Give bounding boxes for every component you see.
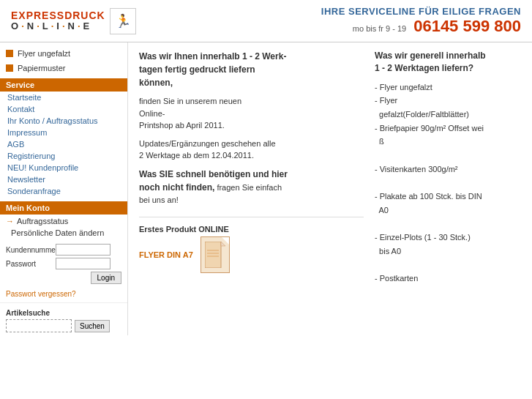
logo-online: O·N·L·I·N·E	[11, 21, 105, 31]
serviceline: IHRE SERVICELINE FÜR EILIGE FRAGEN mo bi…	[321, 6, 521, 36]
papiermuster-label: Papiermuster	[18, 64, 65, 72]
erstes-produkt-title: Erstes Produkt ONLINE	[139, 225, 364, 234]
kundennummer-label: Kundennummer	[6, 246, 56, 254]
nav-newsletter[interactable]: Newsletter	[0, 174, 127, 185]
was-sie-block: Was SIE schnell benötigen und hiernoch n…	[139, 168, 364, 206]
passwort-input[interactable]	[56, 258, 110, 269]
flyer-label: Flyer ungefalzt	[18, 49, 70, 58]
auftragsstatus-label: Auftragsstatus	[17, 217, 68, 225]
right-section-content: - Flyer ungefalzt - Flyer gefalzt(Folder…	[375, 81, 521, 286]
sidebar-divider	[0, 302, 127, 303]
meinkonto-section-header: Mein Konto	[0, 201, 127, 215]
flyer-bullet	[6, 50, 13, 57]
kundennummer-input[interactable]	[56, 244, 110, 256]
sidebar-item-papiermuster[interactable]: Papiermuster	[0, 61, 127, 75]
nav-auftragsstatus[interactable]: Ihr Konto / Auftragsstatus	[0, 115, 127, 127]
content-left: Was wir Ihnen innerhalb 1 - 2 Werk-tagen…	[139, 50, 364, 328]
svg-marker-2	[221, 242, 225, 246]
erstes-produkt-section: Erstes Produkt ONLINE FLYER DIN A7	[139, 217, 364, 273]
passwort-vergessen-link[interactable]: Passwort vergessen?	[0, 287, 127, 301]
login-button[interactable]: Login	[91, 272, 121, 284]
papiermuster-bullet	[6, 64, 13, 72]
login-btn-row: Login	[6, 272, 121, 284]
erstes-produkt-row: FLYER DIN A7	[139, 236, 364, 273]
right-section-title: Was wir generell innerhalb1 - 2 Werktage…	[375, 50, 521, 75]
logo-expressdruck: EXPRESSDRUCK	[11, 10, 105, 21]
kundennummer-row: Kundennummer	[6, 244, 121, 256]
logo-area: EXPRESSDRUCK O·N·L·I·N·E 🏃	[11, 8, 136, 34]
svg-rect-0	[205, 242, 221, 268]
nav-agb[interactable]: AGB	[0, 138, 127, 150]
suchen-button[interactable]: Suchen	[75, 320, 110, 332]
intro-bold: Was wir Ihnen innerhalb 1 - 2 Werk-tagen…	[139, 50, 364, 89]
flyer-icon	[201, 236, 230, 273]
intro-normal: finden Sie in unserem neuenOnline-Prints…	[139, 95, 364, 132]
serviceline-number: 06145 599 800	[413, 17, 521, 36]
flyer-din-a7-link[interactable]: FLYER DIN A7	[139, 250, 193, 259]
content-right: Was wir generell innerhalb1 - 2 Werktage…	[375, 50, 521, 328]
service-section-header: Service	[0, 78, 127, 92]
content-area: Was wir Ihnen innerhalb 1 - 2 Werk-tagen…	[128, 42, 532, 335]
persoenliche-daten-label: Persönliche Daten ändern	[11, 228, 104, 237]
nav-registrierung[interactable]: Registrierung	[0, 150, 127, 162]
document-svg	[205, 242, 225, 268]
erstes-produkt-content: FLYER DIN A7	[139, 250, 193, 259]
arrow-icon: →	[6, 217, 14, 225]
artikelsuche-label: Artikelsuche	[6, 309, 121, 317]
sidebar-item-flyer[interactable]: Flyer ungefalzt	[0, 46, 127, 61]
arrow-auftragsstatus[interactable]: → Auftragsstatus	[0, 215, 127, 226]
logo-icon: 🏃	[110, 8, 136, 34]
arrow-persoenliche-daten[interactable]: Persönliche Daten ändern	[0, 226, 127, 238]
passwort-label: Passwort	[6, 260, 56, 268]
artikelsuche-row: Suchen	[6, 319, 121, 332]
nav-startseite[interactable]: Startseite	[0, 92, 127, 103]
nav-kundenprofile[interactable]: NEU! Kundenprofile	[0, 162, 127, 174]
update-text: Updates/Ergänzungen geschehen alle2 Werk…	[139, 138, 364, 162]
sidebar: Flyer ungefalzt Papiermuster Service Sta…	[0, 42, 128, 335]
nav-sonderanfrage[interactable]: Sonderanfrage	[0, 185, 127, 197]
arrow-icon2	[6, 228, 8, 237]
nav-impressum[interactable]: Impressum	[0, 127, 127, 138]
nav-kontakt[interactable]: Kontakt	[0, 103, 127, 115]
artikelsuche-section: Artikelsuche Suchen	[0, 305, 127, 335]
header: EXPRESSDRUCK O·N·L·I·N·E 🏃 IHRE SERVICEL…	[0, 0, 532, 42]
serviceline-hours: mo bis fr 9 - 19	[353, 24, 406, 33]
login-form: Kundennummer Passwort Login	[0, 241, 127, 287]
logo-text: EXPRESSDRUCK O·N·L·I·N·E	[11, 10, 105, 32]
serviceline-title: IHRE SERVICELINE FÜR EILIGE FRAGEN	[321, 6, 521, 17]
artikelsuche-input[interactable]	[6, 319, 72, 332]
passwort-row: Passwort	[6, 258, 121, 269]
main-layout: Flyer ungefalzt Papiermuster Service Sta…	[0, 42, 532, 335]
